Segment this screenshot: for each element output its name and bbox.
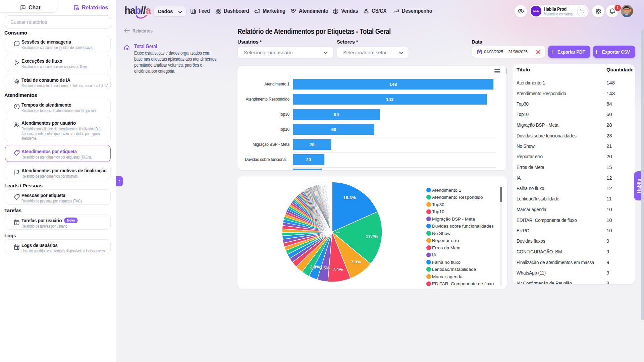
- svg-text:Migração BSP - Meta: Migração BSP - Meta: [432, 217, 475, 222]
- svg-text:Top10: Top10: [432, 209, 444, 214]
- svg-text:2.8%: 2.8%: [310, 264, 320, 269]
- svg-text:60: 60: [331, 127, 336, 132]
- svg-text:Duvidas sobre funcionalidades: Duvidas sobre funcionalidades: [432, 224, 494, 229]
- svg-text:Top10: Top10: [279, 127, 289, 132]
- svg-text:143: 143: [386, 97, 394, 102]
- svg-text:3.5%: 3.5%: [320, 265, 330, 270]
- svg-text:148: 148: [389, 82, 397, 87]
- svg-text:Top30: Top30: [432, 202, 444, 207]
- svg-text:IA: IA: [432, 252, 436, 257]
- svg-text:Top30: Top30: [279, 112, 289, 117]
- svg-text:23: 23: [306, 157, 311, 162]
- svg-text:7.4%: 7.4%: [333, 267, 343, 272]
- svg-text:Atendimento Respondido: Atendimento Respondido: [432, 195, 483, 200]
- svg-text:No Show: No Show: [432, 231, 450, 236]
- svg-text:Erros da Meta: Erros da Meta: [432, 245, 461, 250]
- svg-text:17.7%: 17.7%: [366, 234, 378, 239]
- svg-text:28: 28: [309, 142, 315, 147]
- svg-text:Atendimento 1: Atendimento 1: [432, 188, 461, 193]
- svg-text:Marcar agenda: Marcar agenda: [432, 274, 463, 279]
- svg-text:Lentidão/Instabilidade: Lentidão/Instabilidade: [432, 267, 476, 272]
- svg-text:18.3%: 18.3%: [343, 195, 356, 200]
- svg-text:Migração BSP - Meta: Migração BSP - Meta: [253, 142, 290, 147]
- svg-text:Falha no fluxo: Falha no fluxo: [432, 260, 461, 265]
- svg-text:64: 64: [334, 112, 339, 117]
- svg-text:7.9%: 7.9%: [351, 259, 361, 264]
- svg-text:2.6%: 2.6%: [334, 231, 340, 234]
- svg-text:Atendimento 1: Atendimento 1: [264, 82, 289, 86]
- svg-text:Atendimento Respondido: Atendimento Respondido: [246, 97, 290, 102]
- svg-text:Duvidas sobre funcional...: Duvidas sobre funcional...: [245, 157, 289, 162]
- svg-text:EDITAR: Componente de fluxo: EDITAR: Componente de fluxo: [432, 281, 494, 286]
- svg-text:Reportar erro: Reportar erro: [432, 238, 459, 243]
